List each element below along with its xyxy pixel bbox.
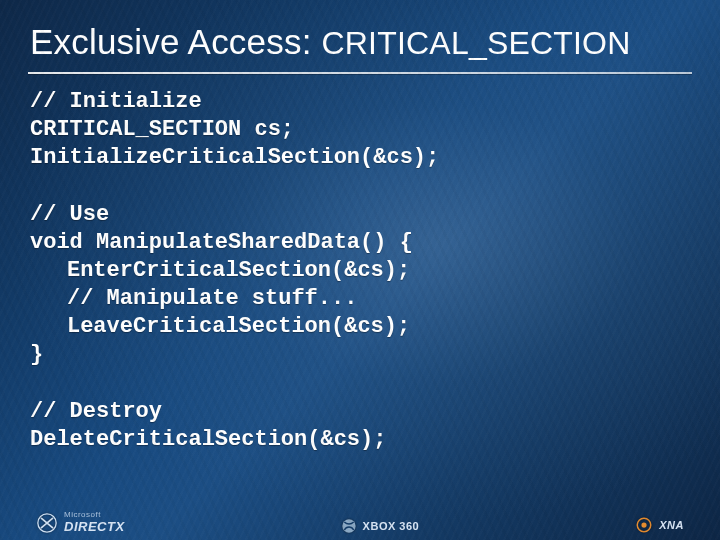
code-line-decl: CRITICAL_SECTION cs;: [30, 117, 294, 142]
xbox-icon: [341, 518, 357, 534]
code-block: // Initialize CRITICAL_SECTION cs; Initi…: [30, 88, 690, 454]
code-line-init: InitializeCriticalSection(&cs);: [30, 145, 439, 170]
logo-xna-label: XNA: [659, 519, 684, 531]
title-keyword: CRITICAL_SECTION: [321, 25, 630, 61]
code-line-fn-open: void ManipulateSharedData() {: [30, 230, 413, 255]
logo-directx-sub: Microsoft: [64, 511, 125, 519]
code-line-leave: LeaveCriticalSection(&cs);: [67, 314, 410, 339]
code-line-delete: DeleteCriticalSection(&cs);: [30, 427, 386, 452]
code-comment-destroy: // Destroy: [30, 399, 162, 424]
code-line-enter: EnterCriticalSection(&cs);: [67, 258, 410, 283]
logo-xbox360-label: XBOX 360: [363, 520, 420, 532]
logo-xbox360: XBOX 360: [341, 518, 420, 534]
code-comment-manipulate: // Manipulate stuff...: [67, 286, 357, 311]
footer: Microsoft DIRECTX XBOX 360 XNA: [0, 506, 720, 534]
slide-title: Exclusive Access: CRITICAL_SECTION: [30, 22, 700, 62]
svg-point-1: [342, 519, 355, 532]
code-line-fn-close: }: [30, 342, 43, 367]
code-comment-initialize: // Initialize: [30, 89, 202, 114]
code-comment-use: // Use: [30, 202, 109, 227]
logo-directx-brand: DIRECTX: [64, 519, 125, 534]
directx-icon: [36, 512, 58, 534]
title-underline: [28, 72, 692, 74]
slide: Exclusive Access: CRITICAL_SECTION // In…: [0, 0, 720, 540]
svg-point-3: [642, 522, 647, 527]
title-prefix: Exclusive Access:: [30, 22, 321, 61]
logo-xna: XNA: [635, 516, 684, 534]
logo-directx: Microsoft DIRECTX: [36, 511, 125, 534]
xna-icon: [635, 516, 653, 534]
